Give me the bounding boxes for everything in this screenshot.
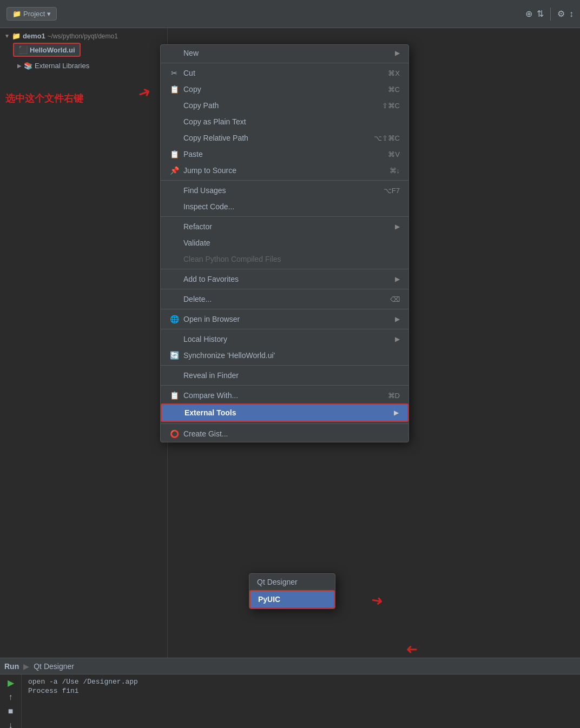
menu-item-copy[interactable]: 📋 Copy ⌘C [161, 81, 408, 97]
folder-icon: 📁 [12, 10, 21, 18]
menu-item-local-history[interactable]: Local History ▶ [161, 331, 408, 347]
gist-icon: ⭕ [169, 429, 179, 438]
toolbar-icon-4[interactable]: ↕ [569, 9, 574, 19]
favorites-arrow-icon: ▶ [395, 275, 400, 283]
menu-item-copy-rel[interactable]: Copy Relative Path ⌥⇧⌘C [161, 130, 408, 146]
menu-item-sync[interactable]: 🔄 Synchronize 'HelloWorld.ui' [161, 347, 408, 363]
run-output-text-2: Process fini [28, 687, 79, 695]
menu-item-validate[interactable]: Validate [161, 235, 408, 251]
run-content: ▶ ↑ ■ ↓ ⏸ ⊞ open -a /Use /Designer.app P… [0, 674, 580, 728]
top-toolbar: 📁 Project ▾ ⊕ ⇅ ⚙ ↕ [0, 0, 580, 28]
chevron-down-icon: ▾ [47, 10, 51, 18]
menu-item-copy-plain-label: Copy as Plain Text [183, 117, 246, 126]
file-label: HelloWorld.ui [30, 46, 75, 54]
menu-item-jump[interactable]: 📌 Jump to Source ⌘↓ [161, 162, 408, 178]
copy-path-shortcut: ⇧⌘C [382, 102, 400, 110]
menu-item-favorites[interactable]: Add to Favorites ▶ [161, 271, 408, 287]
menu-item-jump-label: Jump to Source [183, 166, 236, 175]
tree-expand-icon: ▼ [4, 33, 10, 39]
menu-item-compare[interactable]: 📋 Compare With... ⌘D [161, 387, 408, 403]
menu-separator-8 [161, 365, 408, 366]
run-output: open -a /Use /Designer.app Process fini [22, 674, 580, 728]
menu-item-new[interactable]: New ▶ [161, 45, 408, 61]
copy-shortcut: ⌘C [388, 85, 400, 94]
menu-item-copy-path[interactable]: Copy Path ⇧⌘C [161, 97, 408, 114]
paste-shortcut: ⌘V [388, 150, 400, 158]
jump-icon: 📌 [169, 166, 179, 175]
menu-item-paste[interactable]: 📋 Paste ⌘V [161, 146, 408, 162]
tree-root[interactable]: ▼ 📁 demo1 ~/ws/python/pyqt/demo1 [0, 30, 167, 42]
menu-separator-10 [161, 423, 408, 424]
copy-rel-shortcut: ⌥⇧⌘C [374, 134, 400, 142]
menu-item-delete-label: Delete... [183, 295, 212, 303]
menu-item-sync-label: Synchronize 'HelloWorld.ui' [183, 351, 275, 360]
menu-item-compare-label: Compare With... [183, 391, 238, 400]
root-path: ~/ws/python/pyqt/demo1 [47, 32, 117, 40]
toolbar-icon-3[interactable]: ⚙ [557, 9, 565, 19]
run-header: Run ▶ Qt Designer [0, 658, 580, 674]
copy-icon: 📋 [169, 85, 179, 94]
menu-item-find-label: Find Usages [183, 186, 226, 195]
menu-item-refactor-label: Refactor [183, 222, 212, 231]
menu-separator-7 [161, 329, 408, 329]
pyuic-label: PyUIC [258, 595, 280, 604]
menu-item-validate-label: Validate [183, 239, 210, 247]
menu-item-external-tools[interactable]: External Tools ▶ [161, 403, 408, 422]
toolbar-icon-1[interactable]: ⊕ [525, 9, 532, 19]
run-down-btn[interactable]: ↓ [3, 720, 18, 728]
tree-file-item[interactable]: ⬛ HelloWorld.ui [13, 43, 81, 57]
submenu-item-qt-designer[interactable]: Qt Designer [249, 574, 335, 590]
menu-separator-3 [161, 216, 408, 217]
annotation-text: 选中这个文件右键 [5, 92, 83, 105]
menu-item-copy-label: Copy [183, 85, 201, 94]
tree-expand-icon: ▶ [17, 63, 22, 69]
folder-icon: 📁 [12, 32, 21, 40]
project-panel-btn[interactable]: 📁 Project ▾ [6, 7, 57, 21]
external-tools-arrow-icon: ▶ [394, 409, 399, 416]
menu-item-cut[interactable]: ✂ Cut ⌘X [161, 65, 408, 81]
menu-item-cut-label: Cut [183, 69, 195, 77]
menu-item-open-browser[interactable]: 🌐 Open in Browser ▶ [161, 311, 408, 327]
menu-item-refactor[interactable]: Refactor ▶ [161, 219, 408, 235]
menu-item-delete[interactable]: Delete... ⌫ [161, 291, 408, 307]
run-separator: ▶ [23, 662, 29, 671]
menu-separator-6 [161, 309, 408, 309]
run-output-text-1: open -a /Use /Designer.app [28, 678, 138, 686]
browser-arrow-icon: ▶ [395, 315, 400, 323]
browser-icon: 🌐 [169, 315, 179, 323]
submenu-item-pyuic[interactable]: PyUIC [249, 590, 335, 608]
menu-item-find[interactable]: Find Usages ⌥F7 [161, 182, 408, 198]
external-tools-submenu: Qt Designer PyUIC [249, 573, 335, 609]
menu-item-inspect[interactable]: Inspect Code... [161, 198, 408, 215]
compare-shortcut: ⌘D [388, 392, 400, 400]
menu-item-copy-rel-label: Copy Relative Path [183, 134, 248, 142]
external-libraries-label: External Libraries [35, 62, 89, 70]
menu-item-copy-plain[interactable]: Copy as Plain Text [161, 114, 408, 130]
menu-item-create-gist[interactable]: ⭕ Create Gist... [161, 426, 408, 442]
menu-separator-2 [161, 180, 408, 181]
toolbar-separator [550, 8, 551, 21]
run-stop-btn[interactable]: ■ [3, 706, 18, 716]
cut-icon: ✂ [169, 69, 179, 77]
menu-separator-5 [161, 289, 408, 289]
run-runner: Qt Designer [34, 662, 74, 671]
context-menu: New ▶ ✂ Cut ⌘X 📋 Copy ⌘C Copy Path ⇧⌘C C… [160, 44, 409, 442]
menu-separator-9 [161, 385, 408, 386]
menu-item-inspect-label: Inspect Code... [183, 202, 234, 211]
toolbar-icon-2[interactable]: ⇅ [537, 9, 544, 19]
lib-icon: 📚 [24, 62, 32, 70]
run-up-btn[interactable]: ↑ [3, 692, 18, 702]
tree-external-libraries[interactable]: ▶ 📚 External Libraries [13, 60, 167, 71]
menu-item-reveal[interactable]: Reveal in Finder [161, 367, 408, 383]
menu-item-external-tools-label: External Tools [184, 408, 236, 417]
run-play-btn[interactable]: ▶ [3, 678, 18, 688]
history-arrow-icon: ▶ [395, 335, 400, 343]
run-output-line-2: Process fini [28, 687, 574, 695]
project-panel: ▼ 📁 demo1 ~/ws/python/pyqt/demo1 ⬛ Hello… [0, 28, 168, 658]
menu-separator-4 [161, 269, 408, 269]
menu-item-clean: Clean Python Compiled Files [161, 251, 408, 267]
compare-icon: 📋 [169, 391, 179, 400]
pyuic-arrow-annotation: ➜ [406, 641, 418, 658]
qt-designer-label: Qt Designer [257, 578, 298, 586]
find-shortcut: ⌥F7 [384, 187, 400, 195]
